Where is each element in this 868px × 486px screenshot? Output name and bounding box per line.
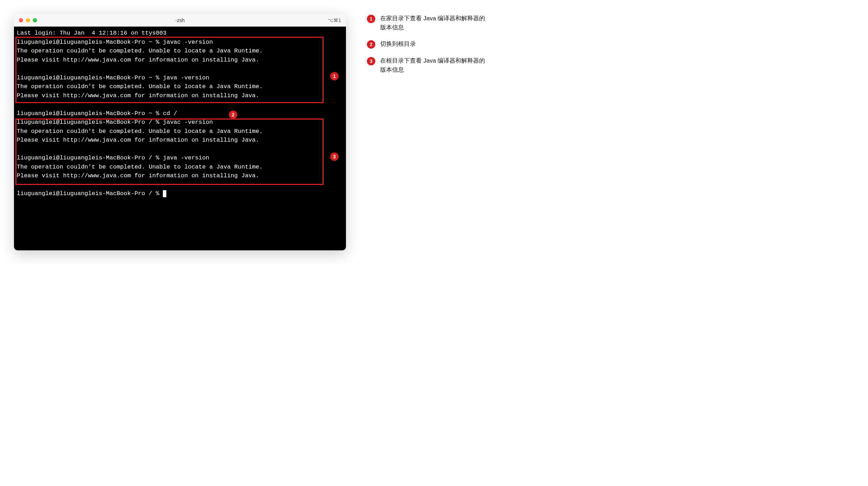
- terminal-line: [17, 64, 343, 73]
- annotation-legend: 1 在家目录下查看 Java 编译器和解释器的版本信息 2 切换到根目录 3 在…: [367, 14, 486, 82]
- maximize-icon[interactable]: [33, 18, 37, 22]
- window-titlebar: -zsh ⌥⌘1: [14, 14, 346, 27]
- terminal-prompt: liuguanglei@liuguangleis-MacBook-Pro / %: [17, 190, 163, 197]
- annotation-item: 2 切换到根目录: [367, 40, 486, 49]
- terminal-line: Last login: Thu Jan 4 12:18:16 on ttys00…: [17, 29, 343, 38]
- terminal-line: The operation couldn't be completed. Una…: [17, 47, 343, 56]
- terminal-line: [17, 100, 343, 109]
- terminal-line: liuguanglei@liuguangleis-MacBook-Pro ~ %…: [17, 109, 343, 118]
- annotation-text: 在根目录下查看 Java 编译器和解释器的版本信息: [380, 56, 486, 74]
- terminal-line: [17, 145, 343, 154]
- terminal-line: Please visit http://www.java.com for inf…: [17, 56, 343, 65]
- terminal-line: Please visit http://www.java.com for inf…: [17, 136, 343, 145]
- window-shortcut: ⌥⌘1: [328, 17, 341, 23]
- annotation-text: 切换到根目录: [380, 40, 416, 49]
- window-title: -zsh: [175, 17, 185, 23]
- cursor-icon: [163, 190, 166, 197]
- close-icon[interactable]: [19, 18, 23, 22]
- annotation-badge: 3: [367, 57, 375, 65]
- annotation-marker-2: 2: [229, 110, 237, 119]
- annotation-badge: 1: [367, 15, 375, 23]
- terminal-line: [17, 180, 343, 190]
- annotation-marker-1: 1: [330, 72, 339, 80]
- terminal-line: Please visit http://www.java.com for inf…: [17, 91, 343, 100]
- minimize-icon[interactable]: [26, 18, 30, 22]
- terminal-line: liuguanglei@liuguangleis-MacBook-Pro / %…: [17, 153, 343, 163]
- annotation-badge: 2: [367, 40, 375, 49]
- terminal-line: The operation couldn't be completed. Una…: [17, 163, 343, 172]
- annotation-item: 1 在家目录下查看 Java 编译器和解释器的版本信息: [367, 14, 486, 32]
- terminal-window: -zsh ⌥⌘1 Last login: Thu Jan 4 12:18:16 …: [14, 14, 346, 250]
- annotation-marker-3: 3: [330, 152, 339, 161]
- terminal-line: The operation couldn't be completed. Una…: [17, 82, 343, 91]
- terminal-line: The operation couldn't be completed. Una…: [17, 127, 343, 136]
- terminal-line: liuguanglei@liuguangleis-MacBook-Pro / %…: [17, 118, 343, 127]
- terminal-line: liuguanglei@liuguangleis-MacBook-Pro ~ %…: [17, 38, 343, 47]
- terminal-line: Please visit http://www.java.com for inf…: [17, 171, 343, 180]
- terminal-body[interactable]: Last login: Thu Jan 4 12:18:16 on ttys00…: [14, 27, 346, 250]
- annotation-item: 3 在根目录下查看 Java 编译器和解释器的版本信息: [367, 56, 486, 74]
- traffic-lights: [19, 18, 37, 22]
- terminal-prompt-line: liuguanglei@liuguangleis-MacBook-Pro / %: [17, 189, 343, 198]
- terminal-line: liuguanglei@liuguangleis-MacBook-Pro ~ %…: [17, 73, 343, 83]
- annotation-text: 在家目录下查看 Java 编译器和解释器的版本信息: [380, 14, 486, 32]
